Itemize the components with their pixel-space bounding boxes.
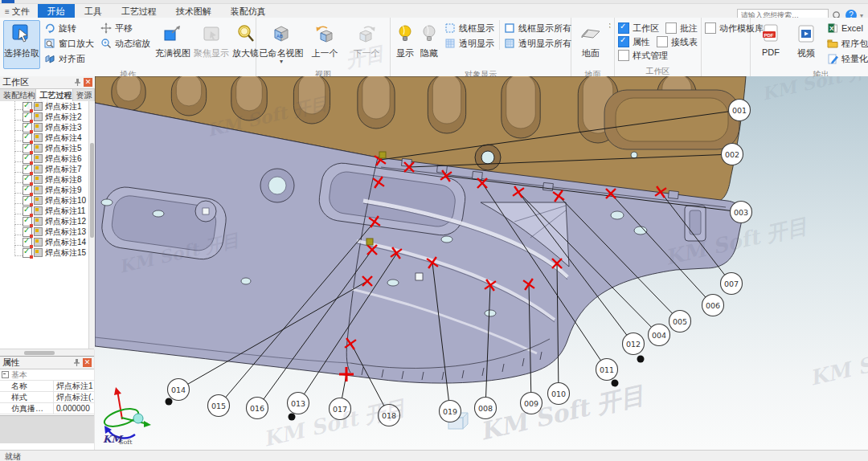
tree-item-weld-note-4[interactable]: 焊点标注4 — [0, 133, 88, 143]
process-tree[interactable]: 焊点标注1焊点标注2焊点标注3焊点标注4焊点标注5焊点标注6焊点标注7焊点标注8… — [0, 101, 89, 349]
property-value[interactable]: 焊点标注(… — [54, 392, 94, 403]
workspace-checkbox[interactable]: 工作区 — [618, 22, 659, 35]
rotate-button[interactable]: 旋转 — [42, 22, 96, 35]
focus-display-button[interactable]: 聚焦显示 — [193, 20, 230, 69]
balloon-014[interactable]: 014 — [168, 379, 190, 401]
tree-vertical-scrollbar[interactable] — [88, 101, 95, 349]
tree-item-weld-note-11[interactable]: 焊点标注11 — [0, 206, 88, 216]
named-views-button[interactable]: AB 已命名视图 ▾ — [260, 20, 303, 69]
tree-item-weld-note-14[interactable]: 焊点标注14 — [0, 237, 88, 247]
tree-item-weld-note-3[interactable]: 焊点标注3 — [0, 122, 88, 133]
app-icon — [2, 0, 14, 3]
leader-end-dot-1 — [637, 356, 645, 363]
annotation-checkbox[interactable]: 批注 — [665, 22, 698, 35]
balloon-004[interactable]: 004 — [649, 324, 670, 346]
balloon-003[interactable]: 003 — [731, 202, 752, 223]
wireframe-all-button[interactable]: 线框显示所有 — [502, 22, 574, 35]
workspace-panel-title: 工作区 — [2, 76, 72, 88]
properties-close-icon[interactable]: ✕ — [83, 358, 92, 367]
balloon-007[interactable]: 007 — [721, 273, 743, 295]
menu-tab-工艺过程[interactable]: 工艺过程 — [112, 4, 166, 18]
tree-item-weld-note-12[interactable]: 焊点标注12 — [0, 216, 88, 226]
excel-export-button[interactable]: X Excel — [825, 22, 868, 35]
wiring-table-checkbox[interactable]: 接线表 — [657, 35, 698, 48]
ground-button[interactable]: 地面 — [575, 20, 607, 69]
tree-item-weld-note-7[interactable]: 焊点标注7 — [0, 164, 88, 174]
pin-icon[interactable] — [73, 78, 82, 87]
transparent-all-button[interactable]: 透明显示所有 — [502, 37, 574, 50]
previous-view-button[interactable]: 上一个 — [305, 20, 345, 69]
menu-tab-开始[interactable]: 开始 — [38, 4, 75, 18]
pdf-export-button[interactable]: PDF PDF — [754, 20, 788, 69]
balloon-002[interactable]: 002 — [722, 144, 743, 165]
property-value[interactable]: 焊点标注1 — [54, 381, 94, 392]
properties-grid: 名称焊点标注1样式焊点标注(…仿真播…0.000000 — [0, 381, 94, 414]
tree-item-checkbox[interactable] — [23, 248, 32, 258]
balloon-005[interactable]: 005 — [669, 311, 691, 332]
fit-view-button[interactable]: 充满视图 — [154, 20, 191, 69]
tree-item-weld-note-1[interactable]: 焊点标注1 — [0, 101, 88, 112]
balloon-006[interactable]: 006 — [702, 295, 724, 316]
balloon-015[interactable]: 015 — [208, 395, 230, 417]
align-face-button[interactable]: 对齐面 — [42, 52, 96, 65]
balloon-016[interactable]: 016 — [247, 398, 268, 419]
next-view-button[interactable]: 下一个 — [346, 20, 387, 69]
menu-tab-工具[interactable]: 工具 — [75, 4, 112, 18]
balloon-013[interactable]: 013 — [288, 393, 309, 414]
tree-item-weld-note-10[interactable]: 焊点标注10 — [0, 195, 88, 206]
transparent-icon — [444, 38, 456, 49]
tree-vscroll-thumb[interactable] — [90, 143, 94, 238]
svg-text:006: 006 — [706, 301, 720, 310]
workspace-tab-资源[interactable]: 资源 — [73, 89, 95, 101]
tree-item-label: 焊点标注8 — [45, 174, 82, 186]
video-icon — [796, 23, 817, 44]
transparent-label: 透明显示 — [459, 38, 494, 50]
weld-note-icon — [34, 217, 43, 226]
select-pick-button[interactable]: 选择拾取 — [3, 20, 40, 69]
balloon-001[interactable]: 001 — [729, 100, 751, 121]
lightweight-file-button[interactable]: 轻量化文件 — [825, 52, 868, 65]
workspace-close-icon[interactable]: ✕ — [84, 78, 92, 87]
menu-tab-技术图解[interactable]: 技术图解 — [166, 4, 221, 18]
weld-note-icon — [34, 206, 43, 215]
ground-style-small-icon[interactable] — [609, 23, 611, 25]
right-clip-inner — [690, 210, 701, 235]
wireframe-button[interactable]: 线框显示 — [442, 22, 497, 35]
file-menu[interactable]: ≡文件 — [0, 4, 38, 18]
transparent-button[interactable]: 透明显示 — [442, 37, 497, 50]
balloon-019[interactable]: 019 — [440, 401, 461, 422]
properties-checkbox[interactable]: 属性 — [618, 35, 650, 48]
svg-text:004: 004 — [652, 331, 666, 340]
tree-item-weld-note-13[interactable]: 焊点标注13 — [0, 226, 88, 237]
svg-text:AB: AB — [276, 34, 283, 39]
tree-hscroll-thumb[interactable] — [24, 351, 55, 355]
video-export-button[interactable]: 视频 — [789, 20, 823, 69]
style-manager-checkbox[interactable]: 样式管理 — [618, 49, 668, 62]
tree-item-weld-note-2[interactable]: 焊点标注2 — [0, 112, 88, 122]
align-face-icon — [44, 53, 55, 64]
workspace-tab-工艺过程[interactable]: 工艺过程 — [36, 89, 72, 101]
show-button[interactable]: 显示 — [394, 20, 416, 69]
3d-scene[interactable]: 0010020030040050060070080090100110120130… — [95, 76, 868, 450]
package-export-button[interactable]: 程序包 — [825, 37, 868, 50]
pin-icon[interactable] — [72, 358, 81, 367]
balloon-011[interactable]: 011 — [596, 359, 618, 381]
wireframe-all-label: 线框显示所有 — [518, 22, 571, 35]
tree-item-weld-note-9[interactable]: 焊点标注9 — [0, 185, 88, 195]
tree-item-weld-note-6[interactable]: 焊点标注6 — [0, 153, 88, 164]
window-zoom-button[interactable]: 窗口放大 — [42, 37, 96, 50]
balloon-012[interactable]: 012 — [623, 333, 645, 355]
tree-item-weld-note-15[interactable]: 焊点标注15 — [0, 247, 88, 258]
dynamic-zoom-button[interactable]: 动态缩放 — [98, 37, 153, 50]
property-value[interactable]: 0.000000 — [54, 404, 94, 413]
magnifier-button[interactable]: 放大镜 — [231, 20, 260, 69]
properties-group-basic[interactable]: 基本 — [0, 369, 94, 381]
pan-button[interactable]: 平移 — [98, 22, 153, 35]
ground-style-plain-icon[interactable] — [609, 27, 611, 28]
menu-tab-装配仿真[interactable]: 装配仿真 — [221, 4, 276, 18]
3d-viewport[interactable]: 0010020030040050060070080090100110120130… — [95, 76, 868, 450]
hide-button[interactable]: 隐藏 — [418, 20, 440, 69]
tree-item-weld-note-5[interactable]: 焊点标注5 — [0, 143, 88, 153]
workspace-tab-装配结构[interactable]: 装配结构 — [0, 89, 36, 101]
tree-item-weld-note-8[interactable]: 焊点标注8 — [0, 174, 88, 185]
